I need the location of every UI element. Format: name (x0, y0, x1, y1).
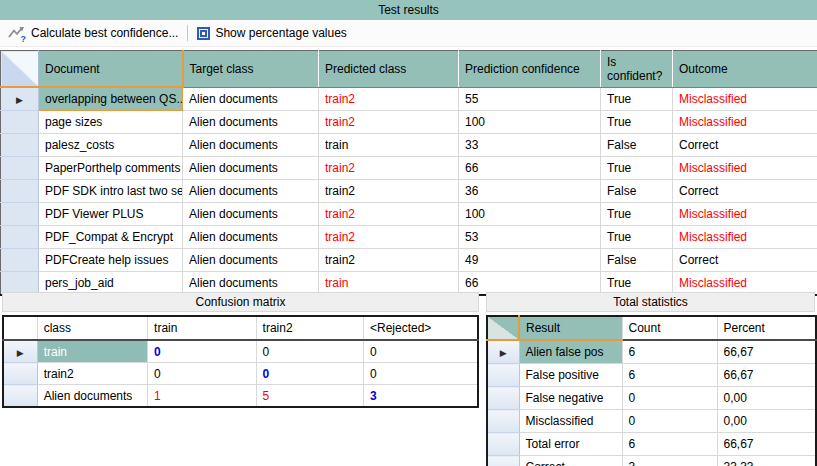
cell-count[interactable]: 0 (256, 340, 363, 363)
select-all-corner[interactable] (487, 316, 519, 340)
cell-outcome[interactable]: Misclassified (673, 111, 817, 134)
row-selector[interactable] (487, 364, 519, 387)
cell-count[interactable]: 6 (622, 340, 717, 364)
calculate-best-confidence-button[interactable]: ? Calculate best confidence... (3, 24, 183, 43)
cell-predicted-class[interactable]: train2 (319, 203, 459, 226)
cell-count[interactable]: 0 (148, 340, 256, 363)
cell-document[interactable]: page sizes (39, 111, 183, 134)
row-selector[interactable] (1, 157, 39, 180)
cell-count[interactable]: 0 (622, 410, 717, 433)
cell-document[interactable]: PDF Viewer PLUS (39, 203, 183, 226)
row-selector[interactable]: ▶ (487, 340, 519, 364)
cell-is-confident[interactable]: False (601, 134, 673, 157)
cell-class[interactable]: train (37, 340, 147, 363)
cell-target-class[interactable]: Alien documents (183, 157, 319, 180)
row-selector[interactable] (487, 456, 519, 466)
row-selector[interactable] (3, 385, 37, 408)
row-selector[interactable] (1, 249, 39, 272)
cell-is-confident[interactable]: True (601, 226, 673, 249)
row-selector[interactable] (3, 363, 37, 385)
cell-prediction-confidence[interactable]: 100 (459, 111, 601, 134)
cell-prediction-confidence[interactable]: 49 (459, 249, 601, 272)
cell-document[interactable]: overlapping between QS... (39, 87, 183, 111)
cell-target-class[interactable]: Alien documents (183, 226, 319, 249)
cell-target-class[interactable]: Alien documents (183, 134, 319, 157)
cell-count[interactable]: 3 (622, 456, 717, 466)
row-selector[interactable] (487, 387, 519, 410)
cell-target-class[interactable]: Alien documents (183, 249, 319, 272)
cell-percent[interactable]: 33,33 (717, 456, 816, 466)
cell-class[interactable]: Alien documents (37, 385, 147, 408)
column-header-count[interactable]: Count (622, 316, 717, 340)
cell-result[interactable]: Alien false pos (519, 340, 622, 364)
cell-predicted-class[interactable]: train2 (319, 249, 459, 272)
cell-prediction-confidence[interactable]: 100 (459, 203, 601, 226)
show-percentage-toggle-button[interactable]: Show percentage values (192, 24, 351, 42)
cell-is-confident[interactable]: True (601, 87, 673, 111)
cell-percent[interactable]: 0,00 (717, 410, 816, 433)
cell-predicted-class[interactable]: train (319, 134, 459, 157)
column-header-predicted-class[interactable]: Predicted class (319, 51, 459, 88)
row-selector[interactable]: ▶ (3, 340, 37, 363)
cell-target-class[interactable]: Alien documents (183, 203, 319, 226)
cell-predicted-class[interactable]: train2 (319, 111, 459, 134)
row-selector[interactable] (1, 111, 39, 134)
cell-document[interactable]: PDF_Compat & Encrypt (39, 226, 183, 249)
cell-count[interactable]: 0 (622, 387, 717, 410)
cell-percent[interactable]: 66,67 (717, 433, 816, 456)
cell-document[interactable]: PaperPorthelp comments (39, 157, 183, 180)
row-selector[interactable] (1, 134, 39, 157)
cell-count[interactable]: 0 (363, 340, 478, 363)
cell-predicted-class[interactable]: train2 (319, 87, 459, 111)
cell-count[interactable]: 1 (148, 385, 256, 408)
cell-prediction-confidence[interactable]: 55 (459, 87, 601, 111)
row-selector[interactable] (1, 180, 39, 203)
cell-document[interactable]: PDF SDK intro last two se... (39, 180, 183, 203)
cell-outcome[interactable]: Misclassified (673, 157, 817, 180)
column-header-outcome[interactable]: Outcome (673, 51, 817, 88)
cell-predicted-class[interactable]: train2 (319, 226, 459, 249)
row-selector[interactable]: ▶ (1, 87, 39, 111)
column-header-train[interactable]: train (148, 316, 256, 340)
cell-result[interactable]: Misclassified (519, 410, 622, 433)
cell-count[interactable]: 0 (256, 363, 363, 385)
column-header-prediction-confidence[interactable]: Prediction confidence (459, 51, 601, 88)
cell-count[interactable]: 6 (622, 433, 717, 456)
cell-predicted-class[interactable]: train2 (319, 180, 459, 203)
cell-result[interactable]: Correct (519, 456, 622, 466)
row-selector[interactable] (487, 410, 519, 433)
cell-prediction-confidence[interactable]: 53 (459, 226, 601, 249)
cell-prediction-confidence[interactable]: 33 (459, 134, 601, 157)
cell-result[interactable]: Total error (519, 433, 622, 456)
cell-count[interactable]: 0 (363, 363, 478, 385)
cell-class[interactable]: train2 (37, 363, 147, 385)
row-selector[interactable] (487, 433, 519, 456)
column-header-target-class[interactable]: Target class (183, 51, 319, 88)
cell-percent[interactable]: 0,00 (717, 387, 816, 410)
row-selector[interactable] (1, 226, 39, 249)
column-header-result[interactable]: Result (519, 316, 622, 340)
cell-outcome[interactable]: Correct (673, 134, 817, 157)
cell-target-class[interactable]: Alien documents (183, 180, 319, 203)
cell-result[interactable]: False positive (519, 364, 622, 387)
cell-count[interactable]: 3 (363, 385, 478, 408)
select-all-corner[interactable] (1, 51, 39, 88)
cell-outcome[interactable]: Misclassified (673, 226, 817, 249)
select-all-corner[interactable] (3, 316, 37, 340)
cell-prediction-confidence[interactable]: 66 (459, 157, 601, 180)
cell-outcome[interactable]: Correct (673, 249, 817, 272)
cell-document[interactable]: PDFCreate help issues (39, 249, 183, 272)
cell-is-confident[interactable]: False (601, 180, 673, 203)
column-header-rejected[interactable]: <Rejected> (363, 316, 478, 340)
cell-target-class[interactable]: Alien documents (183, 111, 319, 134)
cell-percent[interactable]: 66,67 (717, 340, 816, 364)
row-selector[interactable] (1, 203, 39, 226)
cell-count[interactable]: 5 (256, 385, 363, 408)
cell-percent[interactable]: 66,67 (717, 364, 816, 387)
column-header-document[interactable]: Document (39, 51, 183, 88)
cell-is-confident[interactable]: False (601, 249, 673, 272)
cell-count[interactable]: 6 (622, 364, 717, 387)
column-header-is-confident[interactable]: Is confident? (601, 51, 673, 88)
cell-target-class[interactable]: Alien documents (183, 87, 319, 111)
cell-is-confident[interactable]: True (601, 157, 673, 180)
